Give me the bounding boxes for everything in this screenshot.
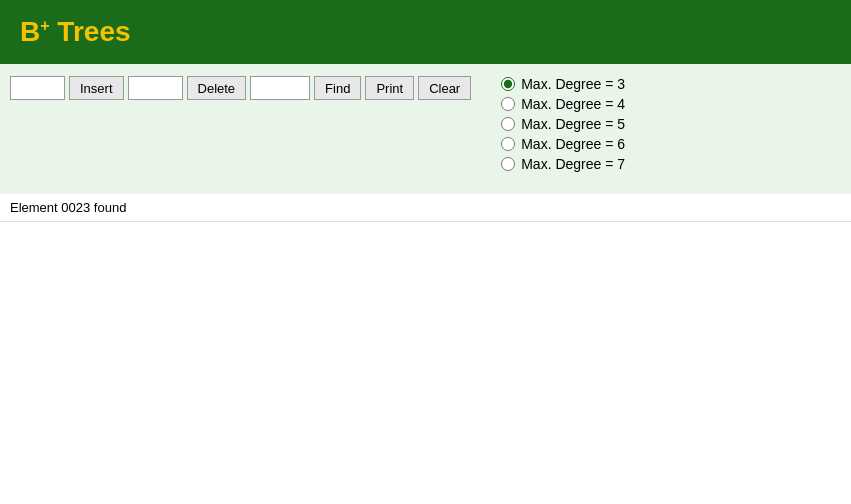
radio-text-degree-4: Max. Degree = 4 — [521, 96, 625, 112]
radio-label-degree-4[interactable]: Max. Degree = 4 — [501, 96, 625, 112]
find-button[interactable]: Find — [314, 76, 361, 100]
radio-text-degree-5: Max. Degree = 5 — [521, 116, 625, 132]
radio-text-degree-3: Max. Degree = 3 — [521, 76, 625, 92]
radio-label-degree-7[interactable]: Max. Degree = 7 — [501, 156, 625, 172]
radio-label-degree-3[interactable]: Max. Degree = 3 — [501, 76, 625, 92]
toolbar-controls: Insert Delete Find Print Clear — [10, 74, 471, 100]
insert-input[interactable] — [10, 76, 65, 100]
delete-button[interactable]: Delete — [187, 76, 247, 100]
toolbar: Insert Delete Find Print Clear Max. Degr… — [0, 64, 851, 194]
delete-input[interactable] — [128, 76, 183, 100]
degree-options: Max. Degree = 3Max. Degree = 4Max. Degre… — [501, 74, 625, 172]
radio-label-degree-5[interactable]: Max. Degree = 5 — [501, 116, 625, 132]
radio-degree-7[interactable] — [501, 157, 515, 171]
status-message: Element 0023 found — [10, 200, 126, 215]
radio-degree-3[interactable] — [501, 77, 515, 91]
radio-label-degree-6[interactable]: Max. Degree = 6 — [501, 136, 625, 152]
clear-button[interactable]: Clear — [418, 76, 471, 100]
canvas-area — [0, 222, 851, 504]
status-bar: Element 0023 found — [0, 194, 851, 222]
print-button[interactable]: Print — [365, 76, 414, 100]
insert-button[interactable]: Insert — [69, 76, 124, 100]
app-title: B+ Trees — [20, 16, 131, 48]
find-input[interactable] — [250, 76, 310, 100]
radio-degree-4[interactable] — [501, 97, 515, 111]
app-header: B+ Trees — [0, 0, 851, 64]
radio-text-degree-6: Max. Degree = 6 — [521, 136, 625, 152]
radio-degree-6[interactable] — [501, 137, 515, 151]
title-superscript: + — [40, 17, 49, 34]
radio-text-degree-7: Max. Degree = 7 — [521, 156, 625, 172]
radio-degree-5[interactable] — [501, 117, 515, 131]
